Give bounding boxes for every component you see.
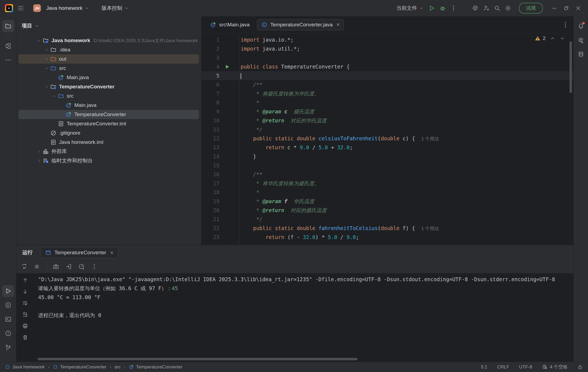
code-line[interactable]: * — [240, 98, 573, 107]
editor-options-kebab-icon[interactable] — [562, 21, 569, 28]
terminal-tool-button[interactable] — [2, 313, 14, 325]
breadcrumb-item[interactable]: src — [114, 364, 121, 370]
tree-row[interactable]: CTemperatureConverter — [19, 110, 199, 119]
project-panel-header[interactable]: 项目 — [16, 20, 201, 32]
code-line[interactable]: */ — [240, 215, 573, 224]
code-line[interactable]: import java.util.*; — [240, 44, 573, 53]
code-line[interactable] — [240, 71, 573, 80]
scroll-to-end-button[interactable] — [22, 311, 28, 318]
ai-assistant-button[interactable] — [470, 3, 481, 14]
run-tab-temperatureconverter[interactable]: TemperatureConverter × — [40, 247, 118, 258]
code-line[interactable]: * 将华氏度转换为摄氏度。 — [240, 179, 573, 188]
rerun-button[interactable] — [21, 263, 27, 270]
gutter-run-icon[interactable] — [219, 64, 235, 69]
tree-row[interactable]: TemperatureConverter.iml — [19, 119, 199, 128]
more-run-actions-button[interactable] — [448, 3, 459, 14]
more-tools-button[interactable] — [2, 54, 14, 66]
tree-row[interactable]: 外部库 — [19, 147, 199, 156]
tree-row[interactable]: Java homeworkD:\IntelliJ IDEA 2025.3.3\J… — [19, 36, 199, 45]
tree-row[interactable]: .idea — [19, 45, 199, 54]
code-line[interactable]: return c * 9.0 / 5.0 + 32.0; — [240, 143, 573, 152]
tree-row[interactable]: CMain.java — [19, 73, 199, 82]
code-line[interactable]: * @return 对应的摄氏温度 — [240, 206, 573, 215]
database-tool-button[interactable] — [575, 48, 587, 60]
code-line[interactable]: public class TemperatureConverter { — [240, 62, 573, 71]
search-everywhere-button[interactable] — [492, 3, 503, 14]
encoding-widget[interactable]: UTF-8 — [519, 364, 532, 370]
services-tool-button[interactable] — [2, 299, 14, 311]
debug-button[interactable] — [437, 3, 448, 14]
code-line[interactable] — [240, 53, 573, 62]
tab-close-icon[interactable]: × — [336, 21, 340, 28]
tab-temperatureconverter-java[interactable]: C TemperatureConverter.java × — [257, 19, 344, 30]
tree-row[interactable]: .gitignore — [19, 128, 199, 138]
breadcrumb-item[interactable]: CTemperatureConverter — [129, 364, 182, 370]
code-line[interactable]: public static double fahrenheitToCelsius… — [240, 224, 573, 233]
code-line[interactable]: /** — [240, 80, 573, 89]
main-menu-button[interactable] — [15, 3, 26, 14]
breadcrumb-item[interactable]: TemperatureConverter — [53, 364, 106, 370]
run-tool-button[interactable] — [2, 285, 14, 297]
settings-button[interactable] — [503, 3, 513, 14]
chevron-down-icon[interactable] — [51, 94, 58, 98]
tree-row[interactable]: src — [19, 64, 199, 73]
code-line[interactable]: */ — [240, 125, 573, 134]
attach-debugger-button[interactable] — [65, 263, 72, 270]
console-hscrollbar[interactable] — [16, 357, 573, 362]
code-line[interactable]: * @return 对应的华氏温度 — [240, 116, 573, 125]
print-button[interactable] — [22, 323, 28, 329]
tree-row[interactable]: Java homework.iml — [19, 138, 199, 147]
chevron-down-icon[interactable] — [35, 39, 42, 43]
readonly-widget[interactable] — [577, 364, 583, 370]
chevron-right-icon[interactable] — [35, 150, 42, 154]
line-separator-widget[interactable]: CRLF — [497, 364, 509, 370]
code-line[interactable]: public static double celsiusToFahrenheit… — [240, 134, 573, 143]
tree-row[interactable]: TemperatureConverter — [19, 82, 199, 91]
breadcrumb-item[interactable]: Java homework — [5, 364, 45, 370]
code-line[interactable]: /** — [240, 170, 573, 179]
code-line[interactable]: } — [240, 152, 573, 161]
ai-chat-tool-button[interactable] — [575, 34, 587, 46]
clear-console-button[interactable] — [22, 334, 28, 340]
next-occurrence-button[interactable] — [22, 289, 28, 295]
git-tool-button[interactable] — [2, 342, 14, 354]
thread-dump-button[interactable] — [53, 263, 59, 270]
profiler-button[interactable] — [78, 263, 85, 270]
tree-row[interactable]: CMain.java — [19, 101, 199, 110]
next-warning-icon[interactable] — [560, 36, 565, 41]
tree-row[interactable]: src — [19, 91, 199, 101]
console-output[interactable]: "D:\Java JDK25\bin\java.exe" "-javaagent… — [34, 273, 573, 357]
code-line[interactable]: import java.io.*; — [240, 35, 573, 44]
project-tool-button[interactable] — [2, 20, 14, 32]
code-area[interactable]: 2 1234567891011121314151617181920212223 … — [201, 33, 573, 245]
vcs-widget[interactable]: 版本控制 — [99, 3, 131, 13]
trial-badge[interactable]: 试用 — [519, 3, 543, 14]
tree-row[interactable]: out — [19, 54, 199, 64]
tree-row[interactable]: 临时文件和控制台 — [19, 156, 199, 165]
close-button[interactable] — [572, 2, 584, 14]
code-line[interactable]: * 将摄氏度转换为华氏度。 — [240, 89, 573, 98]
caret-position-widget[interactable]: 5:1 — [481, 364, 488, 370]
minimize-button[interactable] — [548, 2, 560, 14]
code-line[interactable]: * @param f 华氏温度 — [240, 197, 573, 206]
soft-wrap-button[interactable] — [22, 300, 28, 306]
project-switcher[interactable]: Java homework — [44, 4, 92, 13]
run-button[interactable] — [426, 3, 437, 14]
prev-warning-icon[interactable] — [550, 36, 555, 41]
stop-button[interactable] — [33, 263, 40, 270]
commit-tool-button[interactable] — [2, 40, 14, 52]
editor-scrollbar[interactable] — [569, 38, 572, 242]
chevron-down-icon[interactable] — [43, 66, 50, 70]
chevron-right-icon[interactable] — [43, 48, 50, 52]
code-line[interactable]: * @param c 摄氏温度 — [240, 107, 573, 116]
problems-tool-button[interactable] — [2, 327, 14, 339]
code-line[interactable]: * — [240, 188, 573, 197]
code-with-me-button[interactable] — [481, 3, 492, 14]
tab-main-java[interactable]: C src\Main.java — [206, 19, 254, 30]
run-tab-close-icon[interactable]: × — [110, 250, 114, 256]
code-line[interactable] — [240, 161, 573, 170]
chevron-down-icon[interactable] — [43, 85, 50, 89]
indent-widget[interactable]: 4 个空格 — [542, 364, 568, 370]
notifications-button[interactable] — [575, 20, 587, 32]
restore-button[interactable] — [560, 2, 572, 14]
